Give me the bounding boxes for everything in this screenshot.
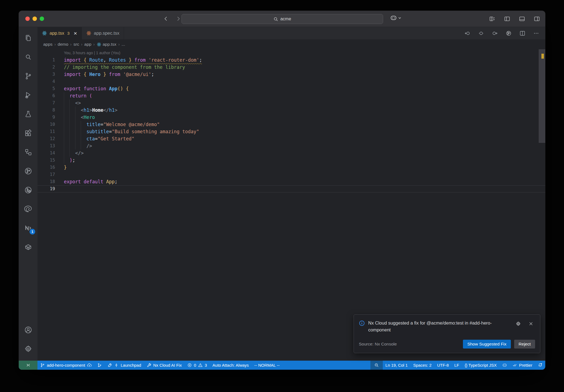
activity-item-accounts[interactable]	[21, 323, 35, 337]
copilot-icon	[390, 14, 397, 21]
statusbar-text: -- NORMAL --	[254, 363, 280, 368]
gitlens-changes-icon[interactable]	[477, 29, 485, 37]
indent-guide	[64, 157, 69, 164]
code-line-2[interactable]: 2// importing the component from the lib…	[37, 64, 545, 71]
code-line-17[interactable]: 17	[37, 171, 545, 178]
history-forward-button[interactable]	[174, 15, 182, 23]
code-line-14[interactable]: 14</>	[37, 149, 545, 157]
statusbar-notifications-item[interactable]	[535, 361, 545, 370]
close-window-button[interactable]	[25, 17, 30, 21]
activity-item-git-graph[interactable]	[21, 164, 35, 178]
command-center-search[interactable]: acme	[181, 14, 383, 24]
breadcrumb-separator: ›	[118, 42, 120, 47]
breadcrumb-item-src[interactable]: src	[74, 42, 79, 47]
code-line-6[interactable]: 6return (	[37, 92, 545, 99]
statusbar-cursor-position-item[interactable]: Ln 19, Col 1	[383, 361, 411, 370]
notification-close-icon[interactable]	[527, 320, 535, 328]
tab-app.spec.tsx[interactable]: app.spec.tsx	[82, 27, 124, 39]
activity-item-project-graph[interactable]	[21, 145, 35, 159]
indent-guide	[81, 128, 86, 135]
statusbar-vim-mode-item[interactable]: -- NORMAL --	[251, 361, 282, 370]
gitlens-previous-change-icon[interactable]	[463, 29, 471, 37]
statusbar-prettier-item[interactable]: Prettier	[510, 361, 535, 370]
statusbar-git-graph-item[interactable]	[94, 361, 105, 370]
react-orange-icon	[86, 31, 91, 36]
breadcrumb-item-app[interactable]: app	[84, 42, 91, 47]
reject-button[interactable]: Reject	[514, 340, 535, 349]
statusbar-encoding-item[interactable]: UTF-8	[434, 361, 452, 370]
code-line-3[interactable]: 3import { Hero } from '@acme/ui';	[37, 71, 545, 78]
indent-guide	[64, 149, 69, 157]
activity-item-testing[interactable]	[21, 107, 35, 121]
code-line-18[interactable]: 18export default App;	[37, 178, 545, 185]
zoom-window-button[interactable]	[40, 17, 44, 21]
breadcrumb-item-apptsx[interactable]: app.tsx	[97, 42, 116, 47]
copilot-menu-button[interactable]	[390, 14, 402, 21]
code-line-19[interactable]: 19	[37, 185, 545, 192]
breadcrumb-item-apps[interactable]: apps	[43, 42, 53, 47]
indent-guide	[69, 107, 75, 114]
code-line-13[interactable]: 13/>	[37, 142, 545, 149]
show-suggested-fix-button[interactable]: Show Suggested Fix	[463, 340, 511, 349]
more-actions-icon[interactable]	[532, 29, 540, 37]
statusbar-launchpad-item[interactable]: Launchpad	[105, 361, 144, 370]
customize-layout-button[interactable]	[488, 15, 496, 23]
line-number: 12	[37, 135, 55, 142]
toggle-primary-sidebar-button[interactable]	[503, 15, 511, 23]
breadcrumb-item-demo[interactable]: demo	[58, 42, 68, 47]
indent-guide	[64, 128, 69, 135]
activity-item-edge-tools[interactable]	[21, 202, 35, 216]
statusbar-eol-item[interactable]: LF	[452, 361, 462, 370]
statusbar-problems-item[interactable]: 03	[185, 361, 210, 370]
code-line-5[interactable]: 5export function App() {	[37, 85, 545, 92]
git-graph-icon[interactable]	[505, 29, 513, 37]
statusbar-text: LF	[454, 363, 459, 368]
activity-item-gitlens-inspect[interactable]	[21, 183, 35, 197]
activity-item-search[interactable]	[21, 50, 35, 64]
statusbar-language-item[interactable]: {} TypeScript JSX	[462, 361, 499, 370]
statusbar-auto-attach-item[interactable]: Auto Attach: Always	[210, 361, 252, 370]
statusbar-branch-item[interactable]: add-hero-component	[37, 361, 94, 370]
notification-settings-icon[interactable]	[514, 320, 522, 328]
activity-item-settings[interactable]	[21, 342, 35, 356]
gitlens-next-change-icon[interactable]	[491, 29, 499, 37]
activity-item-explorer[interactable]	[21, 31, 35, 45]
code-line-12[interactable]: 12cta="Get Started"	[37, 135, 545, 142]
code-line-7[interactable]: 7<>	[37, 99, 545, 107]
statusbar-zoom-item[interactable]	[370, 361, 383, 370]
minimize-window-button[interactable]	[32, 17, 37, 21]
statusbar-remote-indicator[interactable]	[19, 361, 37, 370]
activity-item-run-debug[interactable]	[21, 88, 35, 102]
code-line-10[interactable]: 10title="Welcmoe @acme/demo"	[37, 121, 545, 128]
toggle-panel-button[interactable]	[518, 15, 526, 23]
code-line-9[interactable]: 9<Hero	[37, 114, 545, 121]
statusbar-indentation-item[interactable]: Spaces: 2	[410, 361, 434, 370]
breadcrumb-label: app	[84, 42, 91, 47]
code-line-1[interactable]: 1import { Route, Routes } from 'react-ro…	[37, 56, 545, 64]
statusbar-nx-cloud-ai-fix-item[interactable]: Nx Cloud AI Fix	[144, 361, 185, 370]
line-number: 7	[37, 99, 55, 107]
code-line-4[interactable]: 4	[37, 78, 545, 85]
tab-app.tsx[interactable]: app.tsx3×	[37, 27, 82, 39]
activity-item-extensions[interactable]	[21, 126, 35, 140]
code-line-15[interactable]: 15);	[37, 157, 545, 164]
code-line-16[interactable]: 16}	[37, 164, 545, 171]
activity-item-source-control[interactable]	[21, 69, 35, 83]
breadcrumb-item-[interactable]: ...	[121, 42, 125, 47]
activity-item-nx-console[interactable]: 1	[21, 221, 35, 235]
code-line-8[interactable]: 8<h1>Home</h1>	[37, 107, 545, 114]
breadcrumb-separator: ›	[70, 42, 72, 47]
indent-guide	[75, 107, 81, 114]
indent-guide	[64, 121, 69, 128]
code-editor[interactable]: You, 3 hours ago | 1 author (You)1import…	[37, 49, 545, 361]
history-back-button[interactable]	[162, 15, 170, 23]
activity-item-containers[interactable]	[21, 240, 35, 254]
code-line-11[interactable]: 11subtitle="Build something amazing toda…	[37, 128, 545, 135]
tab-close-icon[interactable]: ×	[74, 30, 77, 36]
toggle-secondary-sidebar-button[interactable]	[533, 15, 541, 23]
split-editor-icon[interactable]	[518, 29, 527, 37]
bell-dot-icon	[538, 363, 543, 368]
indent-guide	[64, 142, 69, 149]
statusbar-copilot-item[interactable]	[500, 361, 510, 370]
editor-scrollbar[interactable]	[539, 49, 545, 143]
